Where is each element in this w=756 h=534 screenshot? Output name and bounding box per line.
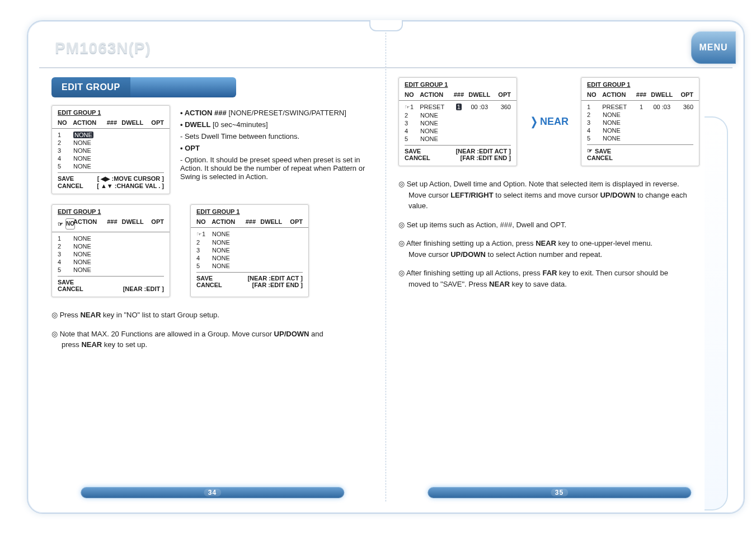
panel-head: NO ACTION ### DWELL OPT: [191, 216, 308, 228]
page-header-left: PM1063N(P): [39, 32, 386, 68]
col-hash: ###: [451, 89, 466, 100]
foot-save-selected: SAVE: [587, 147, 626, 154]
note: Set up Action, Dwell time and Option. No…: [398, 179, 712, 212]
foot-save: SAVE: [196, 275, 236, 282]
table-row: 3NONE: [196, 246, 303, 254]
panel-title: EDIT GROUP 1: [52, 205, 170, 216]
table-row: 2NONE: [196, 238, 303, 246]
page-number: 35: [551, 489, 568, 496]
col-opt: OPT: [145, 216, 164, 232]
panel-rows: 1NONE 2NONE 3NONE 4NONE 5NONE: [52, 129, 170, 171]
bullet-action: • ACTION ### [NONE/PRESET/SWING/PATTERN]: [180, 109, 373, 117]
note: Set up items such as Action, ###, Dwell …: [398, 219, 712, 231]
panel-head: NO ACTION ### DWELL OPT: [52, 216, 170, 232]
bullet-opt: • OPT: [180, 144, 373, 152]
table-row: 3NONE: [587, 119, 693, 127]
table-row: 1NONE: [196, 230, 303, 238]
table-row: 3NONE: [405, 119, 511, 127]
table-row: 1NONE: [58, 131, 164, 139]
table-row: 4NONE: [587, 127, 693, 134]
section-heading-label: EDIT GROUP: [51, 77, 130, 97]
col-hash: ###: [104, 117, 119, 128]
panel-title: EDIT GROUP 1: [399, 78, 516, 89]
foot-hint: [NEAR :EDIT ACT ]: [444, 148, 511, 154]
panel-rows: 1NONE 2NONE 3NONE 4NONE 5NONE: [52, 232, 170, 275]
lcd-panel-1: EDIT GROUP 1 NO ACTION ### DWELL OPT 1NO…: [51, 105, 170, 194]
value-reverse: NONE: [73, 132, 93, 138]
panel-foot: SAVE[ ◀▶ :MOVE CURSOR ] CANCEL[ ▲▼ :CHAN…: [52, 173, 170, 194]
table-row: 4NONE: [196, 254, 303, 262]
col-dwell: DWELL: [120, 216, 145, 232]
foot-cancel: CANCEL: [58, 285, 97, 292]
panel-head: NO ACTION ### DWELL OPT: [52, 117, 170, 129]
foot-hint: [NEAR :EDIT ]: [97, 285, 164, 292]
panel-foot: SAVE[NEAR :EDIT ACT ] CANCEL[FAR :EDIT E…: [399, 146, 516, 166]
col-dwell: DWELL: [120, 117, 146, 128]
col-dwell: DWELL: [467, 89, 493, 100]
side-tab-tail: [705, 116, 728, 510]
table-row: 4NONE: [58, 258, 164, 266]
table-row: 1 PRESET 1 00 :03 360: [405, 103, 511, 111]
col-action: ACTION: [420, 89, 451, 100]
note: After finishing setting up a Action, pre…: [398, 238, 712, 260]
col-action: ACTION: [602, 89, 633, 100]
col-no: NO: [587, 89, 602, 100]
table-row: 5NONE: [405, 135, 511, 143]
table-row: 1NONE: [58, 235, 164, 242]
panel-rows: 1 PRESET 1 00 :03 360 2NONE 3NONE 4NONE …: [581, 101, 699, 143]
foot-save: SAVE: [58, 175, 97, 182]
foot-hint: [FAR :EDIT END ]: [444, 154, 511, 161]
table-row: 4NONE: [405, 127, 511, 135]
col-opt: OPT: [145, 117, 164, 128]
table-row: 2NONE: [58, 139, 164, 147]
value-reverse: 1: [456, 104, 462, 110]
page-header-right: MENU: [386, 32, 732, 68]
bullet-dwell-sub: - Sets Dwell Time between functions.: [180, 132, 373, 140]
foot-cancel: CANCEL: [405, 154, 444, 161]
panel-title: EDIT GROUP 1: [191, 205, 308, 216]
table-row: 3NONE: [58, 147, 164, 154]
table-row: 2NONE: [58, 242, 164, 250]
col-no: NO: [58, 117, 73, 128]
panel-foot: SAVE CANCEL: [581, 145, 699, 166]
product-brand: PM1063N(P): [55, 39, 151, 57]
foot-save: SAVE: [58, 279, 97, 285]
table-row: 5NONE: [587, 134, 693, 142]
col-no: NO: [196, 216, 212, 227]
note: Note that MAX. 20 Functions are allowed …: [51, 329, 373, 350]
panel-rows: 1 PRESET 1 00 :03 360 2NONE 3NONE 4NONE …: [399, 101, 516, 144]
page-number: 34: [204, 489, 221, 496]
near-key-label: NEAR: [529, 115, 569, 129]
col-opt: OPT: [284, 216, 303, 227]
col-no-selected: NO: [58, 216, 73, 232]
table-row: 5NONE: [58, 162, 164, 170]
panel-rows: 1NONE 2NONE 3NONE 4NONE 5NONE: [191, 228, 308, 271]
panel-head: NO ACTION ### DWELL OPT: [399, 89, 516, 101]
col-opt: OPT: [492, 89, 511, 100]
section-heading: EDIT GROUP: [51, 77, 236, 97]
foot-hint: [ ◀▶ :MOVE CURSOR ]: [97, 175, 164, 182]
foot-cancel: CANCEL: [587, 154, 626, 161]
lcd-panel-2: EDIT GROUP 1 NO ACTION ### DWELL OPT 1NO…: [51, 204, 170, 297]
lcd-panel-4: EDIT GROUP 1 NO ACTION ### DWELL OPT 1 P…: [398, 77, 517, 166]
table-row: 4NONE: [58, 154, 164, 162]
table-row: 1 PRESET 1 00 :03 360: [587, 103, 693, 111]
col-action: ACTION: [212, 216, 243, 227]
col-action: ACTION: [73, 216, 105, 232]
field-descriptions: • ACTION ### [NONE/PRESET/SWING/PATTERN]…: [180, 105, 373, 184]
note: Press NEAR key in "NO" list to start Gro…: [51, 310, 373, 321]
panel-foot: SAVE CANCEL[NEAR :EDIT ]: [52, 277, 170, 297]
binder-notch: [369, 20, 403, 31]
page-number-pill-right: 35: [428, 487, 691, 498]
page-right: MENU EDIT GROUP 1 NO ACTION ### DWELL OP…: [386, 32, 732, 502]
foot-cancel: CANCEL: [58, 182, 97, 189]
table-row: 2NONE: [587, 111, 693, 119]
foot-hint: [ ▲▼ :CHANGE VAL . ]: [97, 182, 164, 189]
table-row: 5NONE: [196, 262, 303, 270]
row-no-selected: 1: [405, 104, 420, 111]
page-number-pill-left: 34: [81, 487, 344, 498]
bullet-dwell: • DWELL [0 sec~4minutes]: [180, 120, 373, 129]
notes-right: Set up Action, Dwell time and Option. No…: [398, 179, 712, 289]
panel-title: EDIT GROUP 1: [52, 106, 170, 117]
foot-save: SAVE: [405, 148, 444, 154]
